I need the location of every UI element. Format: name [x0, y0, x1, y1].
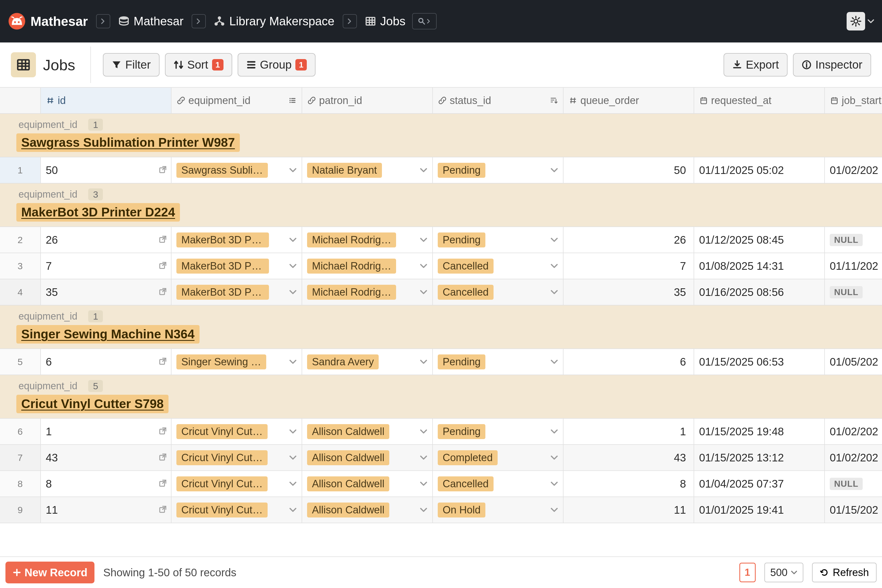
link-pill[interactable]: Completed	[438, 450, 498, 465]
chevron-down-icon[interactable]	[550, 426, 558, 438]
chevron-down-icon[interactable]	[420, 426, 428, 438]
open-record-icon[interactable]	[158, 164, 167, 176]
link-pill[interactable]: Pending	[438, 163, 485, 178]
cell-patron[interactable]: Sandra Avery	[302, 349, 433, 375]
open-record-icon[interactable]	[158, 504, 167, 516]
open-record-icon[interactable]	[158, 356, 167, 368]
breadcrumb-schema[interactable]: Library Makerspace	[214, 14, 334, 28]
cell-queue[interactable]: 6	[564, 349, 694, 375]
cell-id[interactable]: 11	[41, 497, 171, 523]
cell-jobstart[interactable]: 01/02/202	[825, 418, 882, 444]
cell-requested[interactable]: 01/15/2025 06:53	[694, 349, 825, 375]
cell-id[interactable]: 6	[41, 349, 171, 375]
column-header-queue[interactable]: queue_order	[564, 88, 694, 113]
cell-status[interactable]: Cancelled	[433, 471, 564, 496]
column-header-rownum[interactable]	[0, 88, 41, 113]
table-row[interactable]: 88Cricut Vinyl Cut…Allison CaldwellCance…	[0, 471, 882, 497]
group-header[interactable]: equipment_id1Sawgrass Sublimation Printe…	[0, 114, 882, 158]
group-value[interactable]: Cricut Vinyl Cutter S798	[16, 395, 168, 413]
cell-equipment[interactable]: MakerBot 3D Pr…	[171, 279, 302, 305]
breadcrumb-sep[interactable]	[343, 14, 357, 28]
chevron-down-icon[interactable]	[420, 504, 428, 516]
cell-queue[interactable]: 35	[564, 279, 694, 305]
cell-requested[interactable]: 01/16/2025 08:56	[694, 279, 825, 305]
filter-button[interactable]: Filter	[103, 53, 159, 76]
refresh-button[interactable]: Refresh	[812, 562, 876, 582]
cell-queue[interactable]: 11	[564, 497, 694, 523]
link-pill[interactable]: Allison Caldwell	[307, 502, 389, 518]
cell-id[interactable]: 43	[41, 445, 171, 470]
link-pill[interactable]: Cancelled	[438, 259, 494, 274]
chevron-down-icon[interactable]	[550, 356, 558, 368]
cell-requested[interactable]: 01/01/2025 19:41	[694, 497, 825, 523]
chevron-down-icon[interactable]	[420, 452, 428, 464]
chevron-down-icon[interactable]	[420, 478, 428, 490]
link-pill[interactable]: Cricut Vinyl Cut…	[176, 502, 268, 518]
open-record-icon[interactable]	[158, 286, 167, 298]
row-number[interactable]: 5	[0, 349, 41, 375]
cell-queue[interactable]: 8	[564, 471, 694, 496]
new-record-button[interactable]: New Record	[6, 562, 94, 584]
cell-requested[interactable]: 01/15/2025 13:12	[694, 445, 825, 470]
cell-patron[interactable]: Allison Caldwell	[302, 497, 433, 523]
cell-equipment[interactable]: MakerBot 3D Pr…	[171, 227, 302, 253]
cell-equipment[interactable]: Cricut Vinyl Cut…	[171, 471, 302, 496]
link-pill[interactable]: Cricut Vinyl Cut…	[176, 476, 268, 491]
open-record-icon[interactable]	[158, 426, 167, 438]
open-record-icon[interactable]	[158, 260, 167, 272]
cell-status[interactable]: Completed	[433, 445, 564, 470]
link-pill[interactable]: Michael Rodrig…	[307, 232, 396, 248]
chevron-down-icon[interactable]	[289, 234, 297, 246]
breadcrumb-table[interactable]: Jobs	[365, 14, 406, 28]
chevron-down-icon[interactable]	[420, 260, 428, 272]
link-pill[interactable]: Sandra Avery	[307, 354, 379, 369]
column-header-status[interactable]: status_id	[433, 88, 564, 113]
row-number[interactable]: 7	[0, 445, 41, 470]
cell-requested[interactable]: 01/11/2025 05:02	[694, 158, 825, 183]
table-row[interactable]: 435MakerBot 3D Pr…Michael Rodrig…Cancell…	[0, 279, 882, 305]
cell-equipment[interactable]: Cricut Vinyl Cut…	[171, 497, 302, 523]
cell-patron[interactable]: Allison Caldwell	[302, 445, 433, 470]
open-record-icon[interactable]	[158, 452, 167, 464]
cell-jobstart[interactable]: 01/05/202	[825, 349, 882, 375]
cell-equipment[interactable]: Sawgrass Subli…	[171, 158, 302, 183]
chevron-down-icon[interactable]	[550, 234, 558, 246]
cell-patron[interactable]: Natalie Bryant	[302, 158, 433, 183]
link-pill[interactable]: Pending	[438, 354, 485, 369]
cell-jobstart[interactable]: NULL	[825, 279, 882, 305]
chevron-down-icon[interactable]	[289, 260, 297, 272]
export-button[interactable]: Export	[724, 53, 788, 76]
sort-button[interactable]: Sort 1	[165, 53, 232, 76]
cell-status[interactable]: Pending	[433, 349, 564, 375]
table-row[interactable]: 150Sawgrass Subli…Natalie BryantPending5…	[0, 158, 882, 183]
gear-button[interactable]	[847, 12, 865, 30]
cell-requested[interactable]: 01/04/2025 07:37	[694, 471, 825, 496]
chevron-down-icon[interactable]	[289, 504, 297, 516]
row-number[interactable]: 3	[0, 253, 41, 279]
cell-requested[interactable]: 01/12/2025 08:45	[694, 227, 825, 253]
link-pill[interactable]: MakerBot 3D Pr…	[176, 259, 269, 274]
group-value[interactable]: Singer Sewing Machine N364	[16, 325, 200, 344]
link-pill[interactable]: Cancelled	[438, 476, 494, 491]
cell-requested[interactable]: 01/08/2025 14:31	[694, 253, 825, 279]
cell-queue[interactable]: 50	[564, 158, 694, 183]
row-number[interactable]: 4	[0, 279, 41, 305]
chevron-down-icon[interactable]	[550, 478, 558, 490]
chevron-down-icon[interactable]	[420, 286, 428, 298]
page-number[interactable]: 1	[740, 562, 756, 582]
cell-patron[interactable]: Michael Rodrig…	[302, 227, 433, 253]
cell-status[interactable]: Cancelled	[433, 253, 564, 279]
brand[interactable]: Mathesar	[8, 12, 88, 30]
table-row[interactable]: 911Cricut Vinyl Cut…Allison CaldwellOn H…	[0, 497, 882, 523]
cell-equipment[interactable]: Singer Sewing …	[171, 349, 302, 375]
link-pill[interactable]: MakerBot 3D Pr…	[176, 285, 269, 300]
link-pill[interactable]: Pending	[438, 232, 485, 248]
cell-queue[interactable]: 26	[564, 227, 694, 253]
table-row[interactable]: 226MakerBot 3D Pr…Michael Rodrig…Pending…	[0, 227, 882, 253]
cell-patron[interactable]: Michael Rodrig…	[302, 253, 433, 279]
link-pill[interactable]: Natalie Bryant	[307, 163, 382, 178]
cell-queue[interactable]: 43	[564, 445, 694, 470]
cell-status[interactable]: Cancelled	[433, 279, 564, 305]
chevron-down-icon[interactable]	[420, 164, 428, 176]
group-header[interactable]: equipment_id3MakerBot 3D Printer D224	[0, 183, 882, 227]
